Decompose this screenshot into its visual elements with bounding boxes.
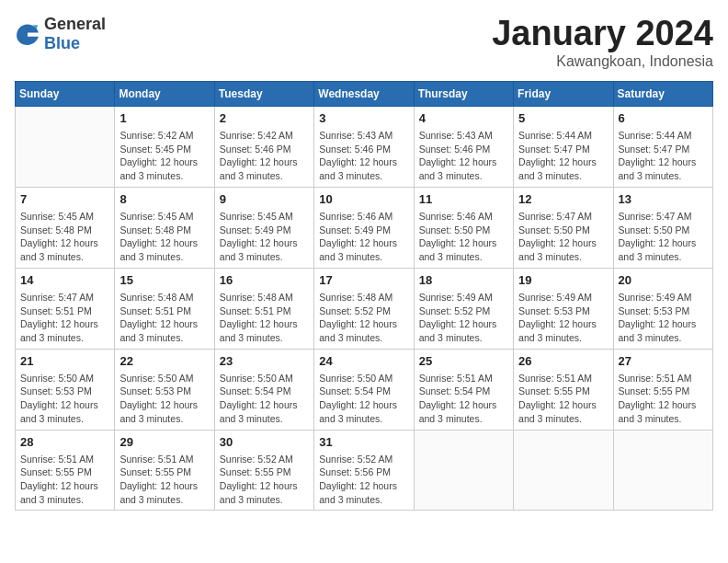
weekday-header-sunday: Sunday xyxy=(16,81,115,106)
day-info: Sunrise: 5:51 AM Sunset: 5:55 PM Dayligh… xyxy=(119,453,209,507)
day-number: 13 xyxy=(619,191,708,208)
day-number: 8 xyxy=(119,191,209,208)
month-title: January 2024 xyxy=(492,15,713,53)
calendar-cell: 5Sunrise: 5:44 AM Sunset: 5:47 PM Daylig… xyxy=(514,106,613,187)
calendar-cell: 26Sunrise: 5:51 AM Sunset: 5:55 PM Dayli… xyxy=(514,349,613,430)
day-info: Sunrise: 5:52 AM Sunset: 5:56 PM Dayligh… xyxy=(319,453,408,507)
calendar-cell: 1Sunrise: 5:42 AM Sunset: 5:45 PM Daylig… xyxy=(115,106,214,187)
calendar-week-5: 28Sunrise: 5:51 AM Sunset: 5:55 PM Dayli… xyxy=(16,430,713,511)
day-number: 10 xyxy=(319,191,408,208)
day-number: 1 xyxy=(119,110,209,127)
day-info: Sunrise: 5:44 AM Sunset: 5:47 PM Dayligh… xyxy=(619,129,708,183)
calendar-cell: 30Sunrise: 5:52 AM Sunset: 5:55 PM Dayli… xyxy=(214,430,313,511)
day-info: Sunrise: 5:48 AM Sunset: 5:52 PM Dayligh… xyxy=(319,291,408,345)
weekday-header-tuesday: Tuesday xyxy=(214,81,313,106)
location-title: Kawangkoan, Indonesia xyxy=(492,53,713,70)
day-number: 28 xyxy=(20,434,109,451)
calendar-cell: 8Sunrise: 5:45 AM Sunset: 5:48 PM Daylig… xyxy=(115,187,214,268)
calendar-cell: 16Sunrise: 5:48 AM Sunset: 5:51 PM Dayli… xyxy=(214,268,313,349)
calendar-cell xyxy=(514,430,613,511)
calendar-cell xyxy=(414,430,513,511)
day-info: Sunrise: 5:45 AM Sunset: 5:48 PM Dayligh… xyxy=(20,210,109,264)
day-info: Sunrise: 5:51 AM Sunset: 5:55 PM Dayligh… xyxy=(518,372,608,426)
calendar-cell: 21Sunrise: 5:50 AM Sunset: 5:53 PM Dayli… xyxy=(16,349,115,430)
day-info: Sunrise: 5:42 AM Sunset: 5:46 PM Dayligh… xyxy=(220,129,309,183)
day-info: Sunrise: 5:45 AM Sunset: 5:49 PM Dayligh… xyxy=(220,210,309,264)
calendar-cell: 27Sunrise: 5:51 AM Sunset: 5:55 PM Dayli… xyxy=(613,349,712,430)
calendar-cell: 24Sunrise: 5:50 AM Sunset: 5:54 PM Dayli… xyxy=(314,349,414,430)
day-info: Sunrise: 5:49 AM Sunset: 5:52 PM Dayligh… xyxy=(419,291,508,345)
day-info: Sunrise: 5:49 AM Sunset: 5:53 PM Dayligh… xyxy=(619,291,708,345)
calendar-cell: 14Sunrise: 5:47 AM Sunset: 5:51 PM Dayli… xyxy=(16,268,115,349)
calendar-cell: 31Sunrise: 5:52 AM Sunset: 5:56 PM Dayli… xyxy=(314,430,414,511)
day-number: 24 xyxy=(319,353,408,370)
day-number: 5 xyxy=(518,110,608,127)
calendar-cell xyxy=(16,106,115,187)
day-number: 6 xyxy=(619,110,708,127)
day-number: 16 xyxy=(220,272,309,289)
calendar-cell: 9Sunrise: 5:45 AM Sunset: 5:49 PM Daylig… xyxy=(214,187,313,268)
day-info: Sunrise: 5:47 AM Sunset: 5:50 PM Dayligh… xyxy=(518,210,608,264)
day-number: 30 xyxy=(220,434,309,451)
calendar-cell: 22Sunrise: 5:50 AM Sunset: 5:53 PM Dayli… xyxy=(115,349,214,430)
calendar-cell: 10Sunrise: 5:46 AM Sunset: 5:49 PM Dayli… xyxy=(314,187,414,268)
calendar-cell xyxy=(613,430,712,511)
weekday-header-friday: Friday xyxy=(514,81,613,106)
title-block: January 2024 Kawangkoan, Indonesia xyxy=(492,15,713,70)
day-info: Sunrise: 5:50 AM Sunset: 5:54 PM Dayligh… xyxy=(220,372,309,426)
calendar-cell: 18Sunrise: 5:49 AM Sunset: 5:52 PM Dayli… xyxy=(414,268,513,349)
calendar-cell: 19Sunrise: 5:49 AM Sunset: 5:53 PM Dayli… xyxy=(514,268,613,349)
calendar-cell: 6Sunrise: 5:44 AM Sunset: 5:47 PM Daylig… xyxy=(613,106,712,187)
calendar-cell: 2Sunrise: 5:42 AM Sunset: 5:46 PM Daylig… xyxy=(214,106,313,187)
weekday-header-wednesday: Wednesday xyxy=(314,81,414,106)
day-number: 19 xyxy=(518,272,608,289)
day-number: 3 xyxy=(319,110,408,127)
day-number: 7 xyxy=(20,191,109,208)
day-info: Sunrise: 5:47 AM Sunset: 5:50 PM Dayligh… xyxy=(619,210,708,264)
day-number: 18 xyxy=(419,272,508,289)
calendar-cell: 20Sunrise: 5:49 AM Sunset: 5:53 PM Dayli… xyxy=(613,268,712,349)
day-info: Sunrise: 5:43 AM Sunset: 5:46 PM Dayligh… xyxy=(319,129,408,183)
day-number: 17 xyxy=(319,272,408,289)
logo-icon xyxy=(15,21,40,47)
day-info: Sunrise: 5:43 AM Sunset: 5:46 PM Dayligh… xyxy=(419,129,508,183)
day-number: 9 xyxy=(220,191,309,208)
calendar-cell: 17Sunrise: 5:48 AM Sunset: 5:52 PM Dayli… xyxy=(314,268,414,349)
day-number: 23 xyxy=(220,353,309,370)
day-info: Sunrise: 5:49 AM Sunset: 5:53 PM Dayligh… xyxy=(518,291,608,345)
calendar-cell: 7Sunrise: 5:45 AM Sunset: 5:48 PM Daylig… xyxy=(16,187,115,268)
day-number: 12 xyxy=(518,191,608,208)
logo-blue: Blue xyxy=(44,34,80,52)
day-number: 4 xyxy=(419,110,508,127)
day-number: 26 xyxy=(518,353,608,370)
calendar-cell: 12Sunrise: 5:47 AM Sunset: 5:50 PM Dayli… xyxy=(514,187,613,268)
calendar-week-1: 1Sunrise: 5:42 AM Sunset: 5:45 PM Daylig… xyxy=(16,106,713,187)
day-info: Sunrise: 5:50 AM Sunset: 5:53 PM Dayligh… xyxy=(20,372,109,426)
logo-general: General xyxy=(44,15,106,33)
calendar-cell: 23Sunrise: 5:50 AM Sunset: 5:54 PM Dayli… xyxy=(214,349,313,430)
day-info: Sunrise: 5:46 AM Sunset: 5:49 PM Dayligh… xyxy=(319,210,408,264)
day-info: Sunrise: 5:46 AM Sunset: 5:50 PM Dayligh… xyxy=(419,210,508,264)
calendar-cell: 4Sunrise: 5:43 AM Sunset: 5:46 PM Daylig… xyxy=(414,106,513,187)
day-number: 25 xyxy=(419,353,508,370)
day-info: Sunrise: 5:50 AM Sunset: 5:54 PM Dayligh… xyxy=(319,372,408,426)
day-info: Sunrise: 5:51 AM Sunset: 5:55 PM Dayligh… xyxy=(619,372,708,426)
day-info: Sunrise: 5:42 AM Sunset: 5:45 PM Dayligh… xyxy=(119,129,209,183)
day-number: 22 xyxy=(119,353,209,370)
calendar-cell: 28Sunrise: 5:51 AM Sunset: 5:55 PM Dayli… xyxy=(16,430,115,511)
day-number: 20 xyxy=(619,272,708,289)
day-number: 27 xyxy=(619,353,708,370)
logo: General Blue xyxy=(15,15,106,53)
calendar-week-3: 14Sunrise: 5:47 AM Sunset: 5:51 PM Dayli… xyxy=(16,268,713,349)
day-info: Sunrise: 5:48 AM Sunset: 5:51 PM Dayligh… xyxy=(220,291,309,345)
weekday-header-row: SundayMondayTuesdayWednesdayThursdayFrid… xyxy=(16,81,713,106)
day-info: Sunrise: 5:52 AM Sunset: 5:55 PM Dayligh… xyxy=(220,453,309,507)
calendar-table: SundayMondayTuesdayWednesdayThursdayFrid… xyxy=(15,81,713,511)
day-info: Sunrise: 5:50 AM Sunset: 5:53 PM Dayligh… xyxy=(119,372,209,426)
page-header: General Blue January 2024 Kawangkoan, In… xyxy=(15,15,713,70)
day-info: Sunrise: 5:44 AM Sunset: 5:47 PM Dayligh… xyxy=(518,129,608,183)
day-number: 11 xyxy=(419,191,508,208)
day-number: 29 xyxy=(119,434,209,451)
day-info: Sunrise: 5:48 AM Sunset: 5:51 PM Dayligh… xyxy=(119,291,209,345)
day-number: 31 xyxy=(319,434,408,451)
